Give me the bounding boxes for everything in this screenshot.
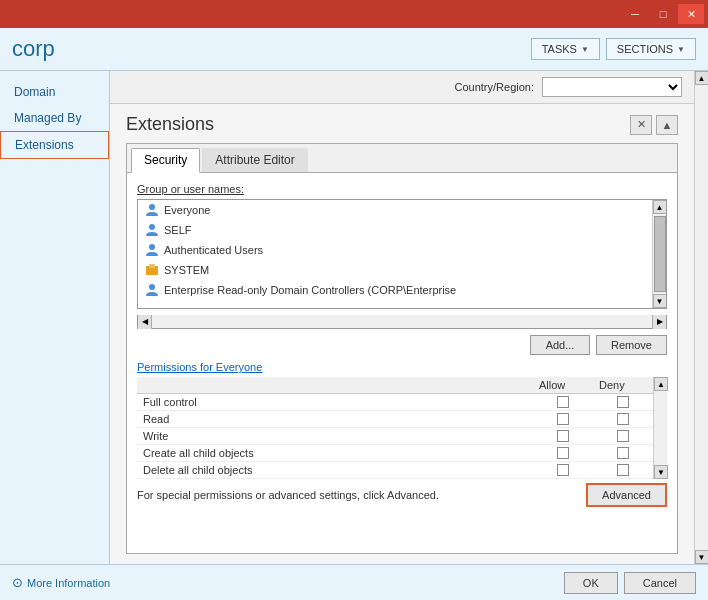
user-list-container: Everyone SELF: [137, 199, 667, 309]
permissions-table-inner: Allow Deny Full control Read: [137, 377, 653, 479]
perm-allow-check[interactable]: [533, 428, 593, 444]
permissions-scrollbar[interactable]: ▲ ▼: [653, 377, 667, 479]
perm-deny-check[interactable]: [593, 411, 653, 427]
tab-security[interactable]: Security: [131, 148, 200, 173]
add-remove-row: Add... Remove: [137, 335, 667, 355]
perm-allow-check[interactable]: [533, 411, 593, 427]
sidebar-item-managed-by[interactable]: Managed By: [0, 105, 109, 131]
svg-point-5: [149, 284, 155, 290]
maximize-button[interactable]: □: [650, 4, 676, 24]
perm-allow-check[interactable]: [533, 394, 593, 410]
perm-col-deny: Deny: [593, 377, 653, 394]
user-list[interactable]: Everyone SELF: [138, 200, 652, 308]
table-row: Full control: [137, 394, 653, 411]
permissions-header: Allow Deny: [137, 377, 653, 394]
perm-name: Read: [137, 411, 533, 427]
right-scroll-down[interactable]: ▼: [695, 550, 709, 564]
svg-point-0: [149, 204, 155, 210]
section-up-button[interactable]: ▲: [656, 115, 678, 135]
perm-col-name: [137, 377, 533, 394]
allow-checkbox[interactable]: [557, 447, 569, 459]
allow-checkbox[interactable]: [557, 464, 569, 476]
allow-checkbox[interactable]: [557, 413, 569, 425]
tasks-button[interactable]: TASKS ▼: [531, 38, 600, 60]
info-circle-icon: ⊙: [12, 575, 23, 590]
table-row: Read: [137, 411, 653, 428]
remove-button[interactable]: Remove: [596, 335, 667, 355]
add-button[interactable]: Add...: [530, 335, 590, 355]
main-content: Country/Region: Extensions ✕ ▲ Security: [110, 71, 694, 564]
country-select[interactable]: [542, 77, 682, 97]
deny-checkbox[interactable]: [617, 430, 629, 442]
permissions-table: Allow Deny Full control Read: [137, 377, 667, 479]
table-row: Delete all child objects: [137, 462, 653, 479]
right-scroll-up[interactable]: ▲: [695, 71, 709, 85]
list-item[interactable]: Authenticated Users: [138, 240, 652, 260]
user-icon: [144, 282, 160, 298]
list-item[interactable]: SYSTEM: [138, 260, 652, 280]
perm-allow-check[interactable]: [533, 445, 593, 461]
sections-button[interactable]: SECTIONS ▼: [606, 38, 696, 60]
allow-checkbox[interactable]: [557, 430, 569, 442]
advanced-text: For special permissions or advanced sett…: [137, 489, 576, 501]
perm-allow-check[interactable]: [533, 462, 593, 478]
section-title-row: Extensions ✕ ▲: [126, 114, 678, 135]
body: Domain Managed By Extensions Country/Reg…: [0, 71, 708, 564]
perm-deny-check[interactable]: [593, 394, 653, 410]
deny-checkbox[interactable]: [617, 396, 629, 408]
section-close-button[interactable]: ✕: [630, 115, 652, 135]
tasks-dropdown-arrow: ▼: [581, 45, 589, 54]
perm-deny-check[interactable]: [593, 462, 653, 478]
list-item[interactable]: Enterprise Read-only Domain Controllers …: [138, 280, 652, 300]
allow-checkbox[interactable]: [557, 396, 569, 408]
deny-checkbox[interactable]: [617, 464, 629, 476]
list-item[interactable]: Everyone: [138, 200, 652, 220]
more-info-link[interactable]: ⊙ More Information: [12, 575, 110, 590]
hscroll-right-arrow[interactable]: ▶: [652, 315, 666, 329]
close-button[interactable]: ✕: [678, 4, 704, 24]
footer: ⊙ More Information OK Cancel: [0, 564, 708, 600]
scroll-down-arrow[interactable]: ▼: [653, 294, 667, 308]
scroll-thumb[interactable]: [654, 216, 666, 292]
advanced-row: For special permissions or advanced sett…: [137, 479, 667, 511]
header: corp TASKS ▼ SECTIONS ▼: [0, 28, 708, 71]
tab-content-security: Group or user names:: [127, 173, 677, 553]
app-title: corp: [12, 36, 55, 62]
app-container: corp TASKS ▼ SECTIONS ▼ Domain Managed B…: [0, 28, 708, 600]
country-label: Country/Region:: [455, 81, 535, 93]
user-icon: [144, 222, 160, 238]
scroll-up-arrow[interactable]: ▲: [653, 200, 667, 214]
advanced-button[interactable]: Advanced: [586, 483, 667, 507]
table-row: Create all child objects: [137, 445, 653, 462]
deny-checkbox[interactable]: [617, 447, 629, 459]
perm-name: Write: [137, 428, 533, 444]
svg-point-2: [149, 244, 155, 250]
right-scrollbar[interactable]: ▲ ▼: [694, 71, 708, 564]
tab-attribute-editor[interactable]: Attribute Editor: [202, 148, 307, 172]
footer-buttons: OK Cancel: [564, 572, 696, 594]
header-actions: TASKS ▼ SECTIONS ▼: [531, 38, 696, 60]
sidebar-item-extensions[interactable]: Extensions: [0, 131, 109, 159]
perm-scroll-up[interactable]: ▲: [654, 377, 668, 391]
tab-bar: Security Attribute Editor: [127, 144, 677, 173]
cancel-button[interactable]: Cancel: [624, 572, 696, 594]
user-list-scrollbar[interactable]: ▲ ▼: [652, 200, 666, 308]
perm-col-allow: Allow: [533, 377, 593, 394]
perm-deny-check[interactable]: [593, 445, 653, 461]
svg-rect-4: [149, 264, 155, 268]
country-bar: Country/Region:: [110, 71, 694, 104]
perm-name: Delete all child objects: [137, 462, 533, 478]
hscroll-row: ◀ ▶: [137, 315, 667, 329]
hscroll-left-arrow[interactable]: ◀: [138, 315, 152, 329]
list-item[interactable]: SELF: [138, 220, 652, 240]
section-title: Extensions: [126, 114, 214, 135]
section-controls: ✕ ▲: [630, 115, 678, 135]
ok-button[interactable]: OK: [564, 572, 618, 594]
hscroll-track[interactable]: [152, 315, 652, 328]
title-bar: ─ □ ✕: [0, 0, 708, 28]
sidebar-item-domain[interactable]: Domain: [0, 79, 109, 105]
perm-scroll-down[interactable]: ▼: [654, 465, 668, 479]
perm-deny-check[interactable]: [593, 428, 653, 444]
minimize-button[interactable]: ─: [622, 4, 648, 24]
deny-checkbox[interactable]: [617, 413, 629, 425]
